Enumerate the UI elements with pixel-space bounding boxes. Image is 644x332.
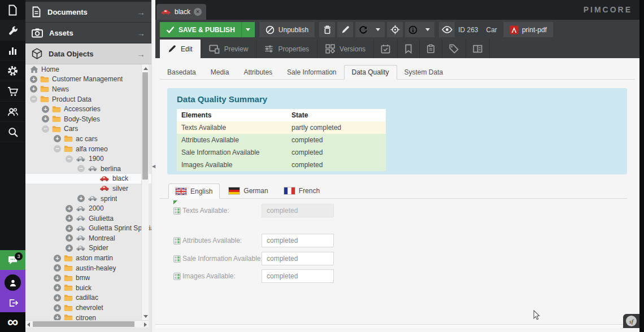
expand-icon[interactable]: + <box>66 234 73 242</box>
tab-preview[interactable]: Preview <box>201 40 257 58</box>
save-options-dropdown[interactable] <box>241 22 255 37</box>
scroll-thumb[interactable] <box>142 72 148 180</box>
expand-icon[interactable]: + <box>42 106 49 113</box>
scroll-right-icon[interactable] <box>144 322 147 327</box>
tab-versions[interactable]: Versions <box>317 40 374 58</box>
tree-item-spider[interactable]: +Spider <box>25 243 151 254</box>
expand-icon[interactable]: + <box>42 115 49 123</box>
language-tab-german[interactable]: German <box>222 184 275 198</box>
collapse-icon[interactable]: − <box>30 95 37 103</box>
print-pdf-button[interactable]: print-pdf <box>503 22 553 37</box>
field-input[interactable]: completed <box>262 234 334 247</box>
tree-vertical-scrollbar[interactable] <box>141 64 149 320</box>
field-input[interactable]: completed <box>262 252 334 265</box>
expand-icon[interactable]: + <box>30 85 37 93</box>
subtab-media[interactable]: Media <box>203 65 237 79</box>
subtab-data-quality[interactable]: Data Quality <box>344 65 397 80</box>
expand-icon[interactable]: + <box>66 205 73 212</box>
tree-item-citroen[interactable]: +citroen <box>25 313 151 320</box>
tree-item-chevrolet[interactable]: +chevrolet <box>25 303 151 313</box>
preview-eye-button[interactable] <box>439 22 455 37</box>
collapse-icon[interactable]: − <box>66 155 73 163</box>
language-tab-french[interactable]: French <box>277 184 327 198</box>
expand-icon[interactable]: + <box>54 284 61 291</box>
info-dropdown[interactable] <box>421 22 434 37</box>
file-icon[interactable] <box>0 0 25 20</box>
tree-item-accessories[interactable]: +Accessories <box>25 104 151 114</box>
logout-button[interactable] <box>0 294 25 312</box>
tab-properties[interactable]: Properties <box>256 40 317 58</box>
field-input[interactable]: completed <box>262 204 334 217</box>
language-tab-english[interactable]: English <box>168 184 220 199</box>
expand-icon[interactable]: + <box>54 255 61 262</box>
delete-button[interactable] <box>319 22 335 37</box>
scroll-thumb[interactable] <box>33 321 134 327</box>
expand-icon[interactable]: + <box>54 274 61 282</box>
expand-icon[interactable]: + <box>66 225 73 232</box>
tree-item-cadillac[interactable]: +cadillac <box>25 293 151 303</box>
tab-calendar-check[interactable] <box>374 40 398 58</box>
close-icon[interactable]: ✕ <box>194 8 202 16</box>
tree-item-news[interactable]: +News <box>25 84 151 94</box>
scroll-up-icon[interactable] <box>143 67 148 70</box>
subtab-system-data[interactable]: System Data <box>397 65 451 79</box>
tree-item-aston-martin[interactable]: +aston martin <box>25 253 151 263</box>
tree-item-silver[interactable]: silver <box>25 184 151 194</box>
expand-icon[interactable]: + <box>30 76 37 83</box>
expand-icon[interactable]: + <box>54 135 61 142</box>
notifications-button[interactable] <box>0 250 25 270</box>
tree-item-body-styles[interactable]: +Body-Styles <box>25 114 151 124</box>
expand-icon[interactable]: + <box>54 304 61 312</box>
tree-item-austin-healey[interactable]: +austin-healey <box>25 263 151 273</box>
tab-columns[interactable] <box>466 40 490 58</box>
tree-item-2000[interactable]: +2000 <box>25 203 151 213</box>
accordion-data-objects[interactable]: Data Objects → <box>25 43 151 64</box>
collapse-icon[interactable]: − <box>54 145 61 152</box>
expand-icon[interactable]: + <box>66 244 73 252</box>
accordion-assets[interactable]: Assets → <box>25 23 151 43</box>
scroll-left-icon[interactable] <box>27 322 30 327</box>
expand-icon[interactable]: + <box>66 215 73 222</box>
expand-icon[interactable]: + <box>54 314 61 320</box>
rename-button[interactable] <box>337 22 353 37</box>
search-button[interactable] <box>0 122 25 142</box>
tree-item-black[interactable]: black <box>25 174 151 184</box>
info-button[interactable] <box>405 22 421 37</box>
subtab-sale-information[interactable]: Sale Information <box>280 65 343 79</box>
tree-item-sprint[interactable]: +sprint <box>25 194 151 204</box>
collapse-icon[interactable]: − <box>77 165 85 172</box>
collapse-panel-icon[interactable]: ◀ <box>152 164 155 169</box>
subtab-attributes[interactable]: Attributes <box>236 65 280 79</box>
locate-in-tree-button[interactable] <box>387 22 403 37</box>
expand-icon[interactable]: + <box>54 294 61 302</box>
settings-button[interactable] <box>0 61 25 81</box>
tab-clipboard[interactable] <box>420 40 442 58</box>
tree-item-product-data[interactable]: −Product Data <box>25 94 151 104</box>
reload-button[interactable] <box>355 22 371 37</box>
subtab-basedata[interactable]: Basedata <box>160 65 203 79</box>
unpublish-button[interactable]: Unpublish <box>259 22 315 37</box>
tree-horizontal-scrollbar[interactable] <box>25 320 149 327</box>
tools-button[interactable] <box>0 20 25 41</box>
tree-item-ac-cars[interactable]: +ac cars <box>25 134 151 144</box>
accordion-documents[interactable]: Documents → <box>25 2 151 23</box>
collapse-icon[interactable]: − <box>42 125 49 133</box>
tab-bookmark[interactable] <box>398 40 420 58</box>
panel-splitter[interactable]: ◀ <box>151 0 155 332</box>
open-object-tab[interactable]: black ✕ <box>156 4 206 20</box>
tree-item-buick[interactable]: +buick <box>25 283 151 293</box>
tree-item-bmw[interactable]: +bmw <box>25 273 151 283</box>
tab-edit[interactable]: Edit <box>160 40 201 58</box>
expand-icon[interactable]: + <box>77 195 85 202</box>
symfony-profiler-button[interactable]: sf <box>623 314 639 328</box>
tree-item-berlina[interactable]: −berlina <box>25 164 151 174</box>
tab-tag[interactable] <box>442 40 466 58</box>
tree-item-alfa-romeo[interactable]: −alfa romeo <box>25 144 151 154</box>
avatar[interactable] <box>5 274 21 291</box>
ecommerce-button[interactable] <box>0 81 25 102</box>
tree-item-customer-management[interactable]: +Customer Management <box>25 75 151 85</box>
tree-item-1900[interactable]: −1900 <box>25 154 151 164</box>
save-publish-button[interactable]: SAVE & PUBLISH <box>160 22 241 37</box>
scroll-down-icon[interactable] <box>143 315 148 318</box>
reports-button[interactable] <box>0 41 25 61</box>
